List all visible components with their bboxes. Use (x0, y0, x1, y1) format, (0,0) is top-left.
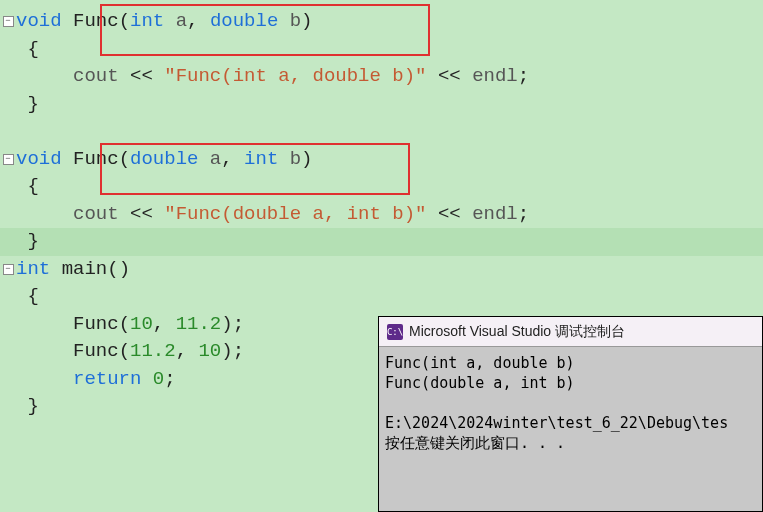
string-literal: "Func(int a, double b)" (164, 65, 426, 87)
keyword-return: return (73, 368, 141, 390)
param-b: b (290, 148, 301, 170)
endl: endl (472, 65, 518, 87)
fold-toggle[interactable]: − (0, 8, 16, 36)
console-title: Microsoft Visual Studio 调试控制台 (409, 323, 625, 341)
function-name: Func (73, 10, 119, 32)
code-line[interactable]: } (0, 91, 763, 119)
code-line[interactable]: { (0, 173, 763, 201)
blank-line (0, 118, 763, 146)
code-line[interactable]: − void Func(double a, int b) (0, 146, 763, 174)
console-line: Func(double a, int b) (385, 374, 575, 392)
call-func: Func (73, 340, 119, 362)
param-b: b (290, 10, 301, 32)
console-output[interactable]: Func(int a, double b) Func(double a, int… (379, 347, 762, 459)
console-line: Func(int a, double b) (385, 354, 575, 372)
endl: endl (472, 203, 518, 225)
console-path: E:\2024\2024winter\test_6_22\Debug\tes (385, 414, 728, 432)
console-hint: 按任意键关闭此窗口. . . (385, 434, 565, 452)
fold-toggle[interactable]: − (0, 256, 16, 284)
function-name: Func (73, 148, 119, 170)
code-line[interactable]: − void Func(int a, double b) (0, 8, 763, 36)
fold-toggle[interactable]: − (0, 146, 16, 174)
debug-console-window[interactable]: C:\ Microsoft Visual Studio 调试控制台 Func(i… (378, 316, 763, 512)
function-main: main (62, 258, 108, 280)
param-a: a (176, 10, 187, 32)
type-double: double (210, 10, 278, 32)
type-int: int (16, 258, 50, 280)
code-line[interactable]: − int main() (0, 256, 763, 284)
type-int: int (130, 10, 164, 32)
cout: cout (73, 203, 119, 225)
cout: cout (73, 65, 119, 87)
param-a: a (210, 148, 221, 170)
type-double: double (130, 148, 198, 170)
code-line[interactable]: cout << "Func(int a, double b)" << endl; (0, 63, 763, 91)
keyword-void: void (16, 10, 62, 32)
code-line[interactable]: cout << "Func(double a, int b)" << endl; (0, 201, 763, 229)
type-int: int (244, 148, 278, 170)
code-line-current[interactable]: } (0, 228, 763, 256)
code-line[interactable]: { (0, 36, 763, 64)
console-icon: C:\ (387, 324, 403, 340)
string-literal: "Func(double a, int b)" (164, 203, 426, 225)
code-line[interactable]: { (0, 283, 763, 311)
call-func: Func (73, 313, 119, 335)
keyword-void: void (16, 148, 62, 170)
console-titlebar[interactable]: C:\ Microsoft Visual Studio 调试控制台 (379, 317, 762, 347)
